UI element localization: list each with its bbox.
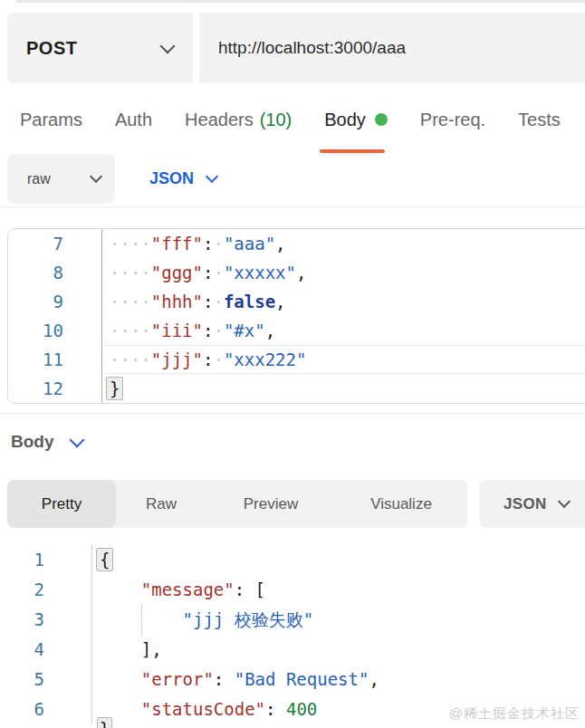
- chevron-down-icon: [160, 38, 176, 53]
- code-content: "jjj 校验失败": [92, 605, 585, 635]
- line-number: 9: [8, 287, 102, 316]
- tab-body[interactable]: Body: [324, 110, 388, 130]
- headers-count-badge: (10): [260, 110, 292, 130]
- watermark: @稀土掘金技术社区: [449, 705, 580, 723]
- line-number: 2: [0, 575, 92, 605]
- tab-params-label: Params: [20, 110, 82, 130]
- tab-auth[interactable]: Auth: [115, 110, 152, 130]
- url-input[interactable]: http://localhost:3000/aaa: [199, 13, 585, 83]
- url-text: http://localhost:3000/aaa: [218, 38, 406, 58]
- code-content: {: [92, 545, 585, 575]
- section-divider: [0, 413, 585, 414]
- view-tab-visualize[interactable]: Visualize: [335, 480, 467, 528]
- response-format-label: JSON: [503, 495, 547, 513]
- line-number: 10: [8, 316, 102, 345]
- cutoff-top-element: [16, 0, 585, 3]
- code-content: "error": "Bad Request",: [92, 665, 585, 694]
- tab-params[interactable]: Params: [20, 110, 82, 130]
- code-content: "message": [: [92, 575, 585, 605]
- tab-auth-label: Auth: [115, 110, 152, 130]
- code-line[interactable]: 4 ],: [0, 635, 585, 665]
- code-content: ····"fff":·"aaa",: [102, 229, 585, 258]
- body-type-row: raw JSON: [7, 154, 216, 204]
- code-line[interactable]: 1 {: [0, 545, 585, 575]
- method-dropdown[interactable]: POST: [7, 13, 193, 83]
- postman-request-panel: POST http://localhost:3000/aaa Params Au…: [0, 0, 585, 728]
- code-content: ],: [92, 635, 585, 665]
- code-line[interactable]: 7 ····"fff":·"aaa",: [8, 229, 585, 258]
- url-bar: POST http://localhost:3000/aaa: [7, 13, 585, 83]
- code-line[interactable]: 12 }: [8, 374, 585, 403]
- code-line[interactable]: 9 ····"hhh":·false,: [8, 287, 585, 316]
- code-line[interactable]: 8 ····"ggg":·"xxxxx",: [8, 258, 585, 287]
- indent-guide-line: [141, 604, 142, 636]
- code-content: ····"jjj":·"xxx222": [102, 345, 585, 374]
- line-number: 4: [0, 635, 92, 665]
- line-number: 5: [0, 665, 92, 694]
- line-number: 12: [8, 374, 102, 403]
- response-section-label: Body: [11, 432, 54, 452]
- section-divider: [0, 206, 585, 207]
- line-number: 1: [0, 545, 92, 575]
- code-line[interactable]: 5 "error": "Bad Request",: [0, 665, 585, 694]
- response-view-tabs: Pretty Raw Preview Visualize JSON: [7, 480, 585, 528]
- request-tabs: Params Auth Headers (10) Body Pre-req. T…: [20, 99, 561, 140]
- chevron-down-icon: [69, 432, 84, 447]
- view-tab-preview[interactable]: Preview: [206, 480, 335, 528]
- tab-prereq[interactable]: Pre-req.: [420, 110, 485, 130]
- code-line[interactable]: 10 ····"iii":·"#x",: [8, 316, 585, 345]
- code-content: ····"ggg":·"xxxxx",: [102, 258, 585, 287]
- tab-tests[interactable]: Tests: [518, 110, 561, 130]
- response-format-dropdown[interactable]: JSON: [479, 480, 585, 528]
- line-number: 6: [0, 694, 92, 724]
- body-content-dot-icon: [375, 113, 388, 126]
- bracket-match-highlight: {: [96, 548, 113, 571]
- code-content: }: [102, 374, 585, 403]
- tab-headers[interactable]: Headers (10): [185, 110, 292, 130]
- tab-prereq-label: Pre-req.: [420, 110, 485, 130]
- chevron-down-icon: [557, 495, 570, 508]
- code-line[interactable]: 2 "message": [: [0, 575, 585, 605]
- body-format-label: JSON: [149, 169, 194, 188]
- chevron-down-icon: [90, 170, 102, 183]
- tab-body-label: Body: [324, 110, 366, 130]
- tab-tests-label: Tests: [518, 110, 561, 130]
- response-body-toggle[interactable]: Body: [11, 424, 82, 460]
- code-content: ····"iii":·"#x",: [102, 316, 585, 345]
- view-tab-raw[interactable]: Raw: [116, 480, 206, 528]
- view-tab-pretty[interactable]: Pretty: [7, 480, 116, 528]
- code-line[interactable]: 3 "jjj 校验失败": [0, 605, 585, 635]
- tab-headers-label: Headers: [185, 110, 254, 130]
- bracket-match-highlight-partial: }: [97, 717, 112, 728]
- line-number: 3: [0, 605, 92, 635]
- line-number: 8: [8, 258, 102, 287]
- method-label: POST: [26, 38, 77, 59]
- body-format-dropdown[interactable]: JSON: [133, 169, 216, 188]
- bracket-match-highlight: }: [106, 377, 123, 400]
- line-number: 11: [8, 345, 102, 374]
- response-body-viewer[interactable]: 1 { 2 "message": [ 3 "jjj 校验失败" 4 ], 5 "…: [0, 545, 585, 728]
- body-type-dropdown[interactable]: raw: [7, 154, 115, 204]
- body-type-label: raw: [27, 171, 51, 187]
- code-content: ····"hhh":·false,: [102, 287, 585, 316]
- code-line-active[interactable]: 11 ····"jjj":·"xxx222": [8, 345, 585, 374]
- whitespace-dots: ····: [110, 234, 151, 254]
- chevron-down-icon: [206, 170, 218, 183]
- view-segmented-control: Pretty Raw Preview Visualize: [7, 480, 467, 528]
- request-body-editor[interactable]: 7 ····"fff":·"aaa", 8 ····"ggg":·"xxxxx"…: [7, 228, 585, 404]
- line-number: 7: [8, 229, 102, 258]
